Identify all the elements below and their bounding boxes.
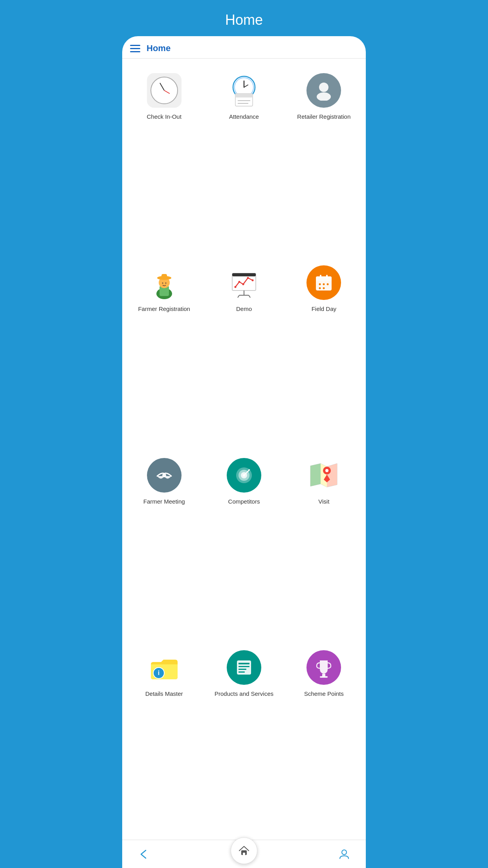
attendance-icon-wrapper xyxy=(226,73,262,108)
grid-item-check-in-out[interactable]: Check In-Out xyxy=(126,66,202,255)
svg-point-61 xyxy=(342,850,347,855)
svg-point-8 xyxy=(319,83,328,92)
svg-point-9 xyxy=(317,92,331,101)
retailer-label: Retailer Registration xyxy=(297,113,350,121)
farmer-meeting-label: Farmer Meeting xyxy=(143,498,185,506)
phone-container: Home Check In-Out xyxy=(122,36,366,868)
field-day-icon-wrapper xyxy=(306,265,341,300)
svg-point-20 xyxy=(238,281,240,283)
competitors-icon-wrapper xyxy=(226,458,262,493)
svg-line-26 xyxy=(238,295,239,298)
grid-item-attendance[interactable]: Attendance xyxy=(206,66,282,255)
svg-point-34 xyxy=(323,287,325,289)
svg-rect-60 xyxy=(243,853,245,855)
field-day-label: Field Day xyxy=(312,305,336,313)
attendance-label: Attendance xyxy=(229,113,259,121)
svg-rect-54 xyxy=(238,666,250,667)
demo-icon-wrapper xyxy=(226,265,262,300)
scheme-points-icon-wrapper xyxy=(306,650,341,685)
grid-item-scheme-points[interactable]: Scheme Points xyxy=(286,644,362,832)
svg-rect-58 xyxy=(320,676,328,678)
products-label: Products and Services xyxy=(215,690,273,698)
svg-rect-53 xyxy=(238,663,250,664)
svg-point-32 xyxy=(327,283,329,285)
details-master-icon: i xyxy=(147,650,182,685)
grid-item-details-master[interactable]: i Details Master xyxy=(126,644,202,832)
farmer-icon-wrapper xyxy=(147,265,182,300)
home-fab-button[interactable] xyxy=(231,837,257,864)
grid-item-field-day[interactable]: Field Day xyxy=(286,259,362,447)
svg-point-37 xyxy=(162,473,166,477)
grid-item-retailer-registration[interactable]: Retailer Registration xyxy=(286,66,362,255)
svg-rect-14 xyxy=(161,274,167,279)
grid-item-farmer-registration[interactable]: Farmer Registration xyxy=(126,259,202,447)
details-master-icon-wrapper: i xyxy=(147,650,182,685)
hamburger-menu[interactable] xyxy=(130,45,140,52)
svg-point-15 xyxy=(162,283,163,284)
farmer-registration-label: Farmer Registration xyxy=(138,305,190,313)
svg-point-16 xyxy=(165,283,166,284)
attendance-icon xyxy=(227,73,261,108)
farmer-meeting-icon xyxy=(147,458,182,493)
svg-text:i: i xyxy=(158,669,159,676)
svg-rect-29 xyxy=(316,276,332,281)
back-button[interactable] xyxy=(138,848,150,860)
svg-point-31 xyxy=(323,283,325,285)
grid-item-farmer-meeting[interactable]: Farmer Meeting xyxy=(126,451,202,640)
svg-point-19 xyxy=(234,286,236,288)
details-master-label: Details Master xyxy=(145,690,183,698)
bottom-nav xyxy=(122,840,366,868)
profile-button[interactable] xyxy=(338,848,350,860)
grid-item-products-and-services[interactable]: Products and Services xyxy=(206,644,282,832)
visit-icon-wrapper xyxy=(306,458,341,493)
svg-line-27 xyxy=(249,295,250,298)
grid-item-demo[interactable]: Demo xyxy=(206,259,282,447)
grid-item-competitors[interactable]: Competitors xyxy=(206,451,282,640)
svg-point-23 xyxy=(251,280,253,281)
retailer-icon-wrapper xyxy=(306,73,341,108)
visit-icon xyxy=(306,458,341,493)
svg-marker-45 xyxy=(310,463,321,486)
competitors-icon xyxy=(227,458,261,493)
scheme-points-label: Scheme Points xyxy=(304,690,344,698)
grid-item-visit[interactable]: Visit xyxy=(286,451,362,640)
svg-rect-18 xyxy=(232,273,256,276)
products-icon xyxy=(227,650,261,685)
farmer-icon xyxy=(147,265,182,300)
top-bar: Home xyxy=(122,36,366,59)
demo-label: Demo xyxy=(236,305,252,313)
competitors-label: Competitors xyxy=(228,498,260,506)
check-in-out-icon-wrapper xyxy=(147,73,182,108)
svg-point-30 xyxy=(319,283,321,285)
clock-face xyxy=(150,77,178,104)
svg-point-21 xyxy=(242,283,244,285)
clock-icon xyxy=(147,73,182,108)
demo-icon xyxy=(227,265,261,300)
svg-point-49 xyxy=(325,469,328,472)
svg-rect-5 xyxy=(235,94,253,97)
svg-point-22 xyxy=(247,277,249,279)
check-in-out-label: Check In-Out xyxy=(147,113,181,121)
page-title: Home xyxy=(0,0,488,36)
person-icon xyxy=(306,73,341,108)
svg-rect-35 xyxy=(320,275,321,279)
svg-rect-36 xyxy=(326,275,328,279)
visit-label: Visit xyxy=(318,498,329,506)
svg-rect-57 xyxy=(322,674,325,677)
svg-rect-56 xyxy=(238,671,245,673)
farmer-meeting-icon-wrapper xyxy=(147,458,182,493)
app-title: Home xyxy=(147,43,171,53)
home-grid: Check In-Out A xyxy=(122,59,366,840)
scheme-points-icon xyxy=(306,650,341,685)
field-day-icon xyxy=(306,265,341,300)
svg-rect-55 xyxy=(238,669,246,670)
products-icon-wrapper xyxy=(226,650,262,685)
svg-point-33 xyxy=(319,287,321,289)
